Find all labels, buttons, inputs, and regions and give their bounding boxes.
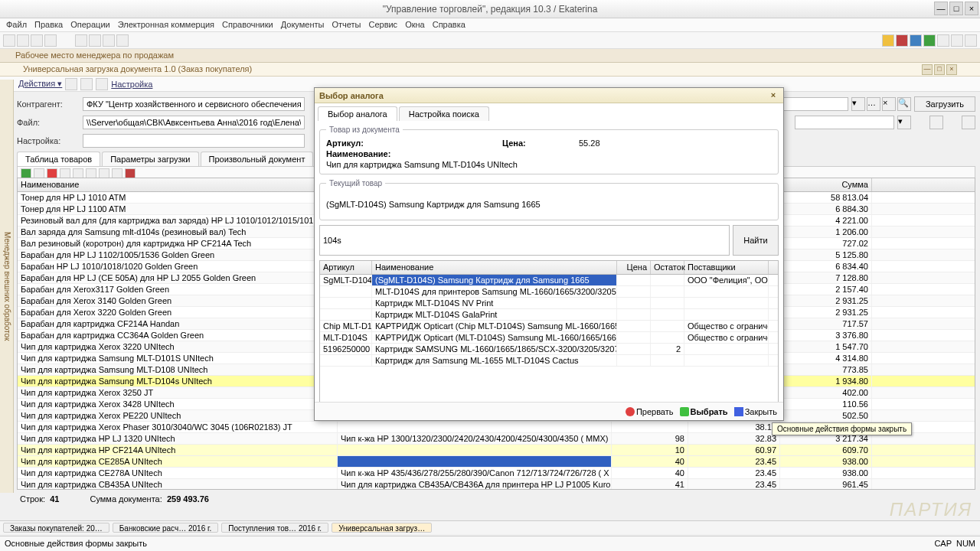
toolbar-icon[interactable] <box>31 34 43 47</box>
clear-button[interactable]: × <box>882 97 896 111</box>
icon-button[interactable] <box>962 116 975 129</box>
menu-catalogs[interactable]: Справочники <box>222 20 273 30</box>
status-tab[interactable]: Поступления тов… 2016 г. <box>221 523 328 533</box>
rcol-stock[interactable]: Остаток <box>651 261 684 274</box>
result-row[interactable]: Картридж MLT-D104S GalaPrint <box>320 309 778 321</box>
rcol-name[interactable]: Наименование <box>372 261 617 274</box>
subwin-minimize-button[interactable]: — <box>922 64 933 75</box>
table-footer: Строк: 41 Сумма документа: 259 493.76 <box>17 491 212 507</box>
toolbar-icon[interactable] <box>80 78 93 90</box>
toolbar-icon[interactable] <box>965 34 977 47</box>
menu-reports[interactable]: Отчеты <box>332 20 361 30</box>
dropdown-button[interactable]: ▾ <box>897 116 911 129</box>
status-tab[interactable]: Универсальная загруз… <box>332 523 432 533</box>
toolbar-icon[interactable] <box>937 34 949 47</box>
window-close-button[interactable]: × <box>965 2 978 15</box>
status-tab[interactable]: Заказы покупателей: 20… <box>3 523 109 533</box>
rcol-price[interactable]: Цена <box>617 261 651 274</box>
result-row[interactable]: SgMLT-D104S(SgMLT-D104S) Samsung Картрид… <box>320 275 778 286</box>
left-sidebar[interactable]: Менеджер внешних обработок <box>0 80 14 493</box>
check-icon <box>680 407 689 416</box>
table-row[interactable]: Чип для картриджа HP CF214A UNItech1060.… <box>18 445 975 456</box>
tab-products[interactable]: Таблица товаров <box>17 152 100 166</box>
main-toolbar <box>0 32 980 49</box>
menu-windows[interactable]: Окна <box>405 20 425 30</box>
cap-indicator: CAP <box>934 539 951 548</box>
toolbar-icon[interactable] <box>923 34 936 47</box>
menu-service[interactable]: Сервис <box>368 20 397 30</box>
abort-button[interactable]: Прервать <box>626 407 674 416</box>
icon-button[interactable] <box>929 116 943 129</box>
rows-value: 41 <box>50 494 59 504</box>
status-tab[interactable]: Банковские расч… 2016 г. <box>113 523 218 533</box>
search-button[interactable]: Найти <box>733 225 779 256</box>
menu-help[interactable]: Справка <box>433 20 466 30</box>
toolbar-icon[interactable] <box>65 78 77 90</box>
subwin-maximize-button[interactable]: □ <box>934 64 945 75</box>
toolbar-icon[interactable] <box>75 34 87 47</box>
toolbar-icon[interactable] <box>17 34 29 47</box>
dropdown-button[interactable]: ▾ <box>851 97 865 111</box>
col-header-name[interactable]: Наименование <box>18 178 338 191</box>
col-header-sum[interactable]: Сумма <box>780 178 872 191</box>
toolbar-icon[interactable] <box>3 34 15 47</box>
result-row[interactable]: MLT-D104S для принтеров Samsung ML-1660/… <box>320 286 778 298</box>
actions-dropdown[interactable]: Действия ▾ <box>18 79 62 89</box>
dialog-title: Выбор аналога <box>319 91 384 100</box>
toolbar-icon[interactable] <box>44 34 57 47</box>
result-row[interactable]: Картридж MLT-D104S NV Print <box>320 298 778 309</box>
open-button[interactable]: 🔍 <box>897 97 911 111</box>
ellipsis-button[interactable]: … <box>867 97 880 111</box>
dialog-tab-search-setup[interactable]: Настройка поиска <box>399 106 489 121</box>
menu-file[interactable]: Файл <box>6 20 27 30</box>
menu-ecommerce[interactable]: Электронная коммерция <box>118 20 214 30</box>
price-value: 55.28 <box>579 139 600 148</box>
sum-value: 259 493.76 <box>167 494 209 504</box>
dialog-close-icon[interactable]: × <box>768 90 779 101</box>
toolbar-icon[interactable] <box>103 34 115 47</box>
tab-params[interactable]: Параметры загрузки <box>102 152 198 166</box>
result-row[interactable]: 5196250000Картридж SAMSUNG ML-1660/1665/… <box>320 344 778 355</box>
group-current-product: Текущий товар (SgMLT-D104S) Samsung Карт… <box>319 179 779 220</box>
toolbar-icon[interactable] <box>96 78 108 90</box>
menu-edit[interactable]: Правка <box>34 20 63 30</box>
toolbar-icon[interactable] <box>896 34 908 47</box>
toolbar-icon[interactable] <box>89 34 101 47</box>
tab-doc[interactable]: Произвольный документ <box>201 152 314 166</box>
result-row[interactable]: MLT-D104SКАРТРИДЖ Opticart (MLT-D104S) S… <box>320 332 778 344</box>
subwin-close-button[interactable]: × <box>946 64 957 75</box>
table-row[interactable]: Чип для картриджа CB435A UNItechЧип для … <box>18 479 975 489</box>
toolbar-icon[interactable] <box>910 34 922 47</box>
results-header: Артикул Наименование Цена Остаток Постав… <box>320 261 778 275</box>
toolbar-icon[interactable] <box>116 34 129 47</box>
result-row[interactable]: Chip MLT-D10…КАРТРИДЖ Opticart (Chip MLT… <box>320 321 778 332</box>
close-button[interactable]: Закрыть <box>734 407 777 416</box>
setup-input[interactable] <box>83 134 305 148</box>
select-button[interactable]: Выбрать <box>680 407 728 416</box>
load-button[interactable]: Загрузить <box>914 96 975 112</box>
rcol-article[interactable]: Артикул <box>320 261 372 274</box>
window-maximize-button[interactable]: □ <box>949 2 963 15</box>
file-input[interactable] <box>83 116 305 129</box>
table-row[interactable]: Чип для картриджа CE278A UNItechЧип к-жа… <box>18 468 975 479</box>
rcol-supplier[interactable]: Поставщики <box>684 261 769 274</box>
contractor-input[interactable] <box>83 97 305 111</box>
right-input-1[interactable] <box>775 97 848 111</box>
toolbar-icon[interactable] <box>951 34 963 47</box>
table-row[interactable]: Чип для картриджа CE285A UNItech4023.459… <box>18 456 975 468</box>
group-current-legend: Текущий товар <box>326 179 385 187</box>
dialog-tab-select[interactable]: Выбор аналога <box>318 106 397 121</box>
status-bar: Заказы покупателей: 20… Банковские расч…… <box>0 520 980 534</box>
setup-link[interactable]: Настройка <box>111 80 152 89</box>
setup-label: Настройка: <box>17 136 83 145</box>
result-row[interactable]: Картридж для Samsung ML-1655 MLT-D104S C… <box>320 355 778 367</box>
menu-operations[interactable]: Операции <box>70 20 109 30</box>
menu-documents[interactable]: Документы <box>281 20 325 30</box>
window-minimize-button[interactable]: — <box>934 2 948 15</box>
analog-dialog: Выбор аналога × Выбор аналога Настройка … <box>314 87 784 421</box>
right-input-2[interactable] <box>795 116 894 129</box>
search-input[interactable] <box>319 225 730 256</box>
contractor-label: Контрагент: <box>17 99 83 109</box>
workspace-tab[interactable]: Рабочее место менеджера по продажам <box>0 49 980 63</box>
toolbar-icon[interactable] <box>882 34 894 47</box>
